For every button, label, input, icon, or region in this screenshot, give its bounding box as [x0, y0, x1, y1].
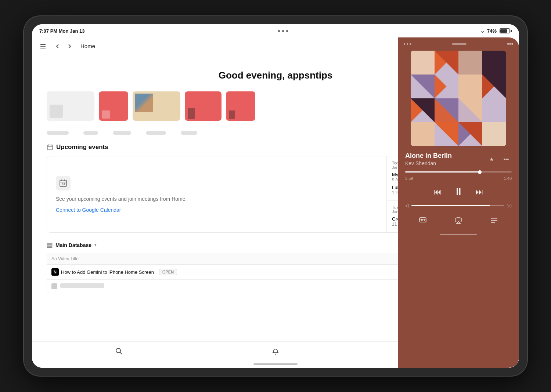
progress-times: 3:59 -1:40	[398, 175, 519, 182]
breadcrumb: Home	[80, 43, 95, 49]
favorite-button[interactable]: ★	[486, 154, 497, 165]
song-actions: ★ •••	[486, 154, 512, 165]
ipad-screen: 7:07 PM Mon Jan 13 ⌵ 74%	[32, 24, 519, 368]
chat-icon[interactable]	[416, 214, 429, 227]
svg-rect-43	[411, 122, 435, 146]
volume-bar[interactable]	[411, 205, 504, 206]
card-3[interactable]	[133, 91, 180, 121]
events-desc: See your upcoming events and join meetin…	[56, 196, 378, 203]
status-right: ⌵ 74%	[481, 28, 512, 34]
card-1-thumb	[50, 105, 63, 118]
forward-button[interactable]	[64, 41, 75, 51]
svg-rect-29	[482, 51, 506, 75]
fast-forward-button[interactable]: ⏭	[475, 187, 483, 197]
status-bar: 7:07 PM Mon Jan 13 ⌵ 74%	[32, 24, 519, 37]
music-home-indicator	[440, 234, 477, 235]
song-more-button[interactable]: •••	[501, 154, 512, 165]
card-4[interactable]	[185, 91, 222, 121]
svg-rect-6	[47, 145, 53, 150]
row-notion-icon: N	[51, 268, 59, 276]
playlist-icon[interactable]	[487, 214, 501, 227]
status-dot-1	[278, 30, 280, 32]
upcoming-events-title: Upcoming events	[56, 144, 108, 151]
calendar-section-icon	[47, 144, 53, 150]
airplay-icon[interactable]	[452, 214, 465, 227]
menu-icon[interactable]	[38, 41, 48, 51]
svg-text:13: 13	[62, 183, 65, 185]
td-video-title: N How to Add Gemini to iPhone Home Scree…	[47, 265, 416, 279]
volume-low-icon: ◁	[405, 203, 408, 208]
svg-rect-15	[47, 243, 52, 244]
ipad-frame: 7:07 PM Mon Jan 13 ⌵ 74%	[24, 16, 527, 376]
search-button[interactable]	[113, 345, 125, 357]
battery-pct: 74%	[487, 28, 497, 34]
main-content: Home Good evening, appsntips	[32, 37, 519, 368]
svg-rect-42	[482, 98, 506, 122]
card-2-thumb	[102, 110, 110, 119]
playback-controls: ⏮ ⏸ ⏭	[398, 186, 519, 198]
back-button[interactable]	[53, 41, 63, 51]
events-left: 13 See your upcoming events and join mee…	[47, 156, 386, 232]
card-4-thumb	[188, 108, 195, 119]
status-center	[278, 30, 288, 32]
nav-arrows	[53, 41, 75, 51]
volume-high-icon: ▷)	[507, 203, 512, 208]
pause-button[interactable]: ⏸	[453, 186, 464, 198]
volume-container: ◁ ▷)	[398, 203, 519, 208]
music-panel: •••	[398, 37, 519, 368]
svg-rect-17	[47, 247, 52, 248]
song-artist: Kev Sheridan	[405, 160, 452, 166]
svg-rect-28	[458, 51, 482, 75]
time-remaining: -1:40	[503, 176, 512, 181]
music-bottom-icons	[398, 214, 519, 231]
svg-point-21	[116, 348, 120, 353]
album-art	[411, 51, 506, 146]
database-icon	[47, 242, 53, 248]
status-dot-3	[286, 30, 288, 32]
svg-marker-56	[457, 221, 460, 224]
time-elapsed: 3:59	[405, 176, 413, 181]
notifications-button[interactable]	[270, 345, 281, 357]
home-bar	[253, 363, 298, 365]
database-title: Main Database	[55, 242, 91, 248]
music-top-bar: •••	[398, 37, 519, 51]
progress-container	[398, 171, 519, 173]
status-dot-2	[282, 30, 284, 32]
rewind-button[interactable]: ⏮	[433, 187, 442, 197]
database-chevron: ▾	[94, 243, 97, 247]
calendar-icon-box: 13	[56, 176, 71, 190]
music-handle-bar	[452, 43, 467, 45]
card-5-thumb	[229, 110, 235, 119]
progress-bar[interactable]	[405, 171, 512, 173]
volume-fill	[411, 205, 490, 206]
th-video-title: Aa Video Title	[47, 253, 416, 264]
svg-rect-48	[482, 122, 506, 146]
svg-rect-16	[47, 245, 52, 246]
card-3-inner	[135, 94, 153, 112]
card-2[interactable]	[99, 91, 128, 121]
svg-line-22	[120, 352, 122, 354]
card-1[interactable]	[47, 91, 94, 121]
status-time: 7:07 PM Mon Jan 13	[39, 28, 85, 34]
card-5[interactable]	[226, 91, 255, 121]
connect-calendar-link[interactable]: Connect to Google Calendar	[56, 207, 378, 213]
song-title: Alone in Berlin	[405, 152, 452, 160]
music-more-button[interactable]: •••	[507, 41, 513, 47]
progress-fill	[405, 171, 480, 173]
song-info: Alone in Berlin Kev Sheridan ★ •••	[398, 152, 519, 166]
battery-icon	[500, 28, 512, 33]
open-button[interactable]: OPEN	[159, 269, 177, 275]
music-drag-handle	[404, 43, 411, 45]
svg-rect-34	[458, 75, 482, 98]
svg-rect-25	[411, 51, 435, 75]
music-home-bar	[398, 231, 519, 238]
progress-thumb	[478, 170, 482, 174]
wifi-icon: ⌵	[481, 28, 484, 34]
